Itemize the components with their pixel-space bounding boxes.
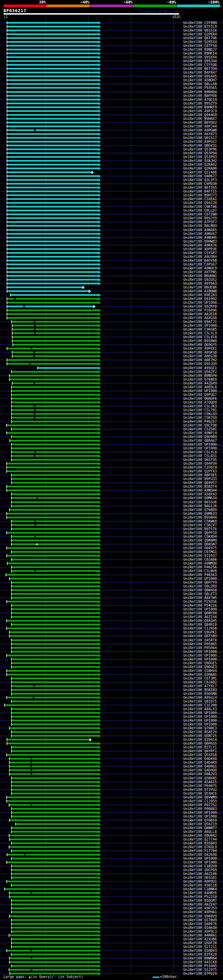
hit-label[interactable]: UniRef100_Q8W4G8 [183,588,217,592]
hit-bar[interactable] [7,264,99,265]
hit-label[interactable]: UniRef100_Q6PPI0 [183,531,217,535]
hit-label[interactable]: UniRef100_B6T7D4 [183,67,217,71]
hit-label[interactable]: UniRef100_Q41992 [183,297,217,301]
hit-label[interactable]: UniRef100_Q5XHC6 [183,792,217,795]
hit-label[interactable]: UniRef100_Q308A5 [183,673,217,676]
hit-bar[interactable] [7,271,99,273]
hit-bar[interactable] [10,635,99,637]
hit-bar[interactable] [6,532,99,534]
hit-bar[interactable] [7,233,99,235]
hit-label[interactable]: UniRef100_C5Z5R1 [183,427,217,431]
hit-bar[interactable] [6,697,99,698]
hit-label[interactable]: UniRef100_O04975 [183,546,217,550]
hit-label[interactable]: UniRef100_Q53P96 [183,147,217,151]
hit-bar[interactable] [11,877,99,878]
hit-bar[interactable] [11,808,99,810]
hit-bar[interactable] [11,938,99,940]
hit-label[interactable]: UniRef100_A9NUH5 [183,236,217,240]
hit-label[interactable]: UniRef100_A6ZI46 [183,872,217,876]
hit-bar[interactable] [11,478,99,480]
hit-bar[interactable] [11,927,99,929]
hit-bar[interactable] [7,164,99,165]
hit-label[interactable]: UniRef100_C5L831 [183,454,217,458]
hit-bar[interactable] [11,781,99,783]
hit-bar[interactable] [11,447,99,449]
hit-bar[interactable] [11,666,99,668]
hit-bar[interactable] [11,785,99,787]
hit-label[interactable]: UniRef100_A5A6I5 [183,780,217,784]
hit-label[interactable]: UniRef100_C5LYL9 [183,331,217,335]
hit-bar[interactable] [7,248,99,250]
hit-label[interactable]: UniRef100_O65581 [183,876,217,880]
hit-bar[interactable] [11,558,99,560]
hit-bar[interactable] [11,858,99,859]
hit-bar[interactable] [7,126,99,127]
hit-bar[interactable] [7,183,99,185]
hit-label[interactable]: UniRef100_B3TK20 [183,953,217,956]
hit-bar[interactable] [7,217,99,219]
hit-bar[interactable] [11,869,99,871]
hit-bar[interactable] [6,486,99,487]
hit-bar[interactable] [7,317,99,319]
hit-bar[interactable] [7,256,99,258]
hit-label[interactable]: UniRef100_Q9M4M9 [183,538,217,542]
hit-label[interactable]: UniRef100_P05065 [183,642,217,646]
hit-bar[interactable] [6,797,99,798]
hit-label[interactable]: UniRef100_Q6YPF1 [183,749,217,753]
hit-bar[interactable] [11,693,99,695]
hit-bar[interactable] [12,355,99,357]
hit-label[interactable]: UniRef100_Q4D4R9 [183,760,217,764]
hit-label[interactable]: UniRef100_A5BX43 [183,492,217,496]
hit-label[interactable]: UniRef100_A7YXL7 [183,684,217,688]
hit-label[interactable]: UniRef100_Q5XXS8 [183,753,217,757]
hit-label[interactable]: UniRef100_P46563 [183,573,217,577]
hit-label[interactable]: UniRef100_A7P3F7 [183,220,217,224]
hit-label[interactable]: UniRef100_P93565 [183,86,217,90]
hit-bar[interactable] [11,543,99,545]
hit-bar[interactable] [10,631,99,633]
hit-label[interactable]: UniRef100_A4RRA1 [183,934,217,937]
hit-label[interactable]: UniRef100_C0KTA6 [183,205,217,208]
hit-label[interactable]: UniRef100_C5LNV8 [183,569,217,573]
hit-bar[interactable] [7,148,99,150]
hit-label[interactable]: UniRef100_Q69GY5 [183,343,217,347]
hit-bar[interactable] [9,934,99,936]
hit-label[interactable]: UniRef100_C5Y5Q8 [183,63,217,67]
hit-bar[interactable] [11,865,99,867]
hit-label[interactable]: UniRef100_B9SZT9 [183,102,217,105]
hit-bar[interactable] [11,900,99,901]
hit-label[interactable]: UniRef100_Q86A67 [183,439,217,442]
hit-label[interactable]: UniRef100_UPI000.. [183,711,221,715]
hit-bar[interactable] [10,892,99,894]
hit-label[interactable]: UniRef100_A9PEE1 [183,347,217,350]
hit-bar[interactable] [11,551,99,553]
hit-label[interactable]: UniRef100_A9PGW0 [183,128,217,132]
hit-bar[interactable] [7,244,99,246]
hit-bar[interactable] [7,739,90,740]
hit-bar[interactable] [7,225,99,227]
hit-label[interactable]: UniRef100_Q7KQL9 [183,845,217,849]
hit-bar[interactable] [11,931,99,932]
hit-label[interactable]: UniRef100_Q9SJQ9 [183,362,217,366]
hit-bar[interactable] [11,597,99,599]
hit-bar[interactable] [9,835,99,837]
hit-label[interactable]: UniRef100_Q5NVR5 [183,776,217,780]
hit-label[interactable]: UniRef100_A6XGS0 [183,316,217,320]
hit-bar[interactable] [6,470,99,472]
hit-label[interactable]: UniRef100_A8XLX3 [183,707,217,711]
hit-bar[interactable] [7,298,99,300]
hit-bar[interactable] [11,647,99,649]
hit-bar[interactable] [7,118,99,119]
hit-bar[interactable] [7,56,99,58]
hit-label[interactable]: UniRef100_Q76BC3 [183,726,217,730]
hit-label[interactable]: UniRef100_C1J959 [183,799,217,803]
hit-label[interactable]: UniRef100_B9HFI4 [183,51,217,55]
hit-label[interactable]: UniRef100_Q56ZF2 [183,370,217,374]
hit-label[interactable]: UniRef100_P00883 [183,807,217,811]
hit-bar[interactable] [11,405,99,407]
hit-bar[interactable] [7,237,99,239]
hit-bar[interactable] [7,194,99,196]
hit-label[interactable]: UniRef100_C5YSP7 [183,251,217,255]
hit-bar[interactable] [7,210,99,212]
hit-bar[interactable] [11,570,99,572]
